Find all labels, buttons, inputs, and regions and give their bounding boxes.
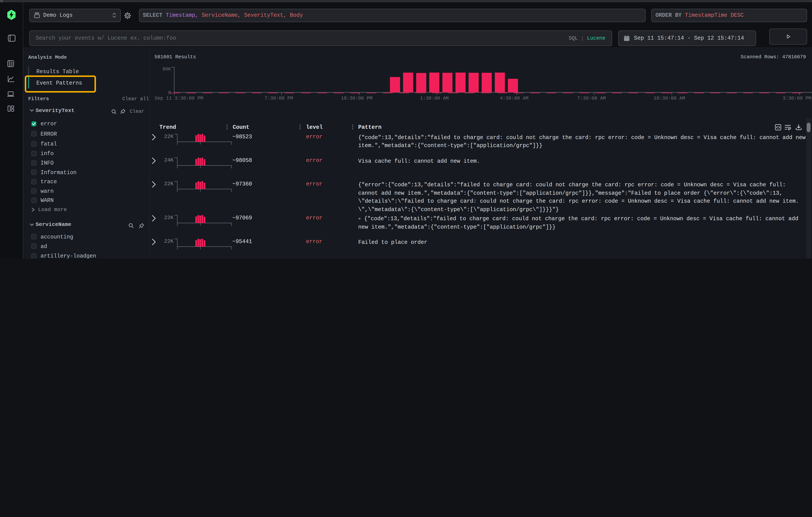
svg-text:80K: 80K <box>163 66 171 72</box>
svg-text:10:30:00 PM: 10:30:00 PM <box>341 96 372 101</box>
svg-text:22K: 22K <box>164 134 174 139</box>
svg-text:10:30:00 AM: 10:30:00 AM <box>654 96 685 101</box>
svg-text:Sep 11 3:30:00 PM: Sep 11 3:30:00 PM <box>155 96 203 101</box>
svg-text:7:30:00 PM: 7:30:00 PM <box>264 96 293 101</box>
svg-text:4:30:00 AM: 4:30:00 AM <box>500 96 528 101</box>
svg-text:22K: 22K <box>164 215 174 221</box>
svg-text:7:30:00 AM: 7:30:00 AM <box>577 96 606 101</box>
svg-text:3:30:00 PM: 3:30:00 PM <box>783 96 811 101</box>
svg-text:22K: 22K <box>164 238 174 244</box>
svg-text:22K: 22K <box>164 181 174 187</box>
svg-text:1:30:00 AM: 1:30:00 AM <box>420 96 448 101</box>
svg-text:24K: 24K <box>164 157 174 163</box>
